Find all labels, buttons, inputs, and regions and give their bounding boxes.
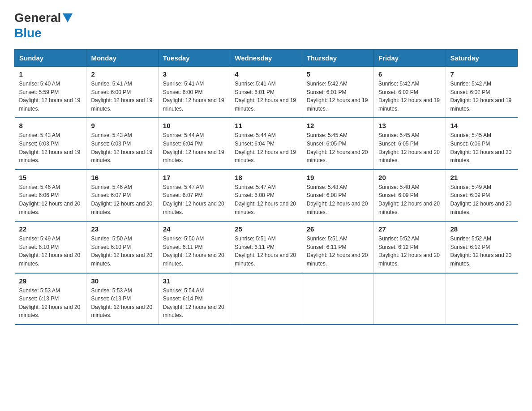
calendar-cell: 2 Sunrise: 5:41 AMSunset: 6:00 PMDayligh… [86,67,158,118]
day-number: 14 [450,122,513,129]
day-info: Sunrise: 5:50 AMSunset: 6:10 PMDaylight:… [91,235,153,268]
calendar-cell: 16 Sunrise: 5:46 AMSunset: 6:07 PMDaylig… [86,170,158,221]
column-header-tuesday: Tuesday [158,50,230,67]
day-number: 6 [378,70,441,78]
day-info: Sunrise: 5:48 AMSunset: 6:09 PMDaylight:… [378,183,441,216]
day-info: Sunrise: 5:40 AMSunset: 5:59 PMDaylight:… [19,80,82,113]
day-info: Sunrise: 5:41 AMSunset: 6:00 PMDaylight:… [91,80,153,113]
calendar-cell: 10 Sunrise: 5:44 AMSunset: 6:04 PMDaylig… [158,118,230,169]
day-number: 22 [19,225,82,233]
day-number: 13 [378,122,441,129]
day-info: Sunrise: 5:49 AMSunset: 6:10 PMDaylight:… [19,235,82,268]
day-info: Sunrise: 5:46 AMSunset: 6:06 PMDaylight:… [19,183,82,216]
day-info: Sunrise: 5:53 AMSunset: 6:13 PMDaylight:… [19,287,82,320]
calendar-cell: 25 Sunrise: 5:51 AMSunset: 6:11 PMDaylig… [230,221,302,273]
day-number: 2 [91,70,153,78]
calendar-cell: 4 Sunrise: 5:41 AMSunset: 6:01 PMDayligh… [230,67,302,118]
column-header-sunday: Sunday [15,50,86,67]
calendar-cell [302,273,373,325]
logo: General Blue [14,11,73,40]
day-info: Sunrise: 5:45 AMSunset: 6:06 PMDaylight:… [450,131,513,164]
svg-marker-0 [63,13,73,22]
day-info: Sunrise: 5:45 AMSunset: 6:05 PMDaylight:… [307,131,369,164]
day-number: 23 [91,225,153,233]
column-header-friday: Friday [374,50,446,67]
day-info: Sunrise: 5:44 AMSunset: 6:04 PMDaylight:… [163,131,225,164]
day-info: Sunrise: 5:52 AMSunset: 6:12 PMDaylight:… [450,235,513,268]
day-number: 21 [450,174,513,181]
day-number: 12 [307,122,369,129]
column-header-monday: Monday [86,50,158,67]
day-info: Sunrise: 5:41 AMSunset: 6:01 PMDaylight:… [235,80,297,113]
day-number: 7 [450,70,513,78]
page-header: General Blue [14,11,518,40]
calendar-cell: 20 Sunrise: 5:48 AMSunset: 6:09 PMDaylig… [374,170,446,221]
calendar-cell: 5 Sunrise: 5:42 AMSunset: 6:01 PMDayligh… [302,67,373,118]
column-header-saturday: Saturday [446,50,517,67]
logo-arrow-icon [63,13,73,24]
calendar-cell: 30 Sunrise: 5:53 AMSunset: 6:13 PMDaylig… [86,273,158,325]
calendar-cell: 12 Sunrise: 5:45 AMSunset: 6:05 PMDaylig… [302,118,373,169]
day-info: Sunrise: 5:43 AMSunset: 6:03 PMDaylight:… [19,131,82,164]
day-number: 18 [235,174,297,181]
calendar-cell: 6 Sunrise: 5:42 AMSunset: 6:02 PMDayligh… [374,67,446,118]
calendar-cell: 29 Sunrise: 5:53 AMSunset: 6:13 PMDaylig… [15,273,86,325]
day-number: 29 [19,277,82,285]
day-number: 30 [91,277,153,285]
day-number: 17 [163,174,225,181]
day-number: 10 [163,122,225,129]
calendar-cell: 13 Sunrise: 5:45 AMSunset: 6:05 PMDaylig… [374,118,446,169]
calendar-cell: 1 Sunrise: 5:40 AMSunset: 5:59 PMDayligh… [15,67,86,118]
day-info: Sunrise: 5:50 AMSunset: 6:11 PMDaylight:… [163,235,225,268]
day-number: 28 [450,225,513,233]
day-info: Sunrise: 5:42 AMSunset: 6:02 PMDaylight:… [378,80,441,113]
calendar-week-row: 29 Sunrise: 5:53 AMSunset: 6:13 PMDaylig… [15,273,518,325]
calendar-cell: 17 Sunrise: 5:47 AMSunset: 6:07 PMDaylig… [158,170,230,221]
calendar-cell: 23 Sunrise: 5:50 AMSunset: 6:10 PMDaylig… [86,221,158,273]
calendar-cell: 21 Sunrise: 5:49 AMSunset: 6:09 PMDaylig… [446,170,517,221]
calendar-cell: 24 Sunrise: 5:50 AMSunset: 6:11 PMDaylig… [158,221,230,273]
calendar-cell: 18 Sunrise: 5:47 AMSunset: 6:08 PMDaylig… [230,170,302,221]
calendar-cell: 31 Sunrise: 5:54 AMSunset: 6:14 PMDaylig… [158,273,230,325]
calendar-cell: 22 Sunrise: 5:49 AMSunset: 6:10 PMDaylig… [15,221,86,273]
day-info: Sunrise: 5:49 AMSunset: 6:09 PMDaylight:… [450,183,513,216]
day-info: Sunrise: 5:41 AMSunset: 6:00 PMDaylight:… [163,80,225,113]
day-number: 9 [91,122,153,129]
calendar-week-row: 8 Sunrise: 5:43 AMSunset: 6:03 PMDayligh… [15,118,518,169]
day-info: Sunrise: 5:44 AMSunset: 6:04 PMDaylight:… [235,131,297,164]
calendar-table: SundayMondayTuesdayWednesdayThursdayFrid… [14,49,518,325]
day-info: Sunrise: 5:46 AMSunset: 6:07 PMDaylight:… [91,183,153,216]
calendar-cell [230,273,302,325]
day-info: Sunrise: 5:48 AMSunset: 6:08 PMDaylight:… [307,183,369,216]
day-number: 4 [235,70,297,78]
day-number: 11 [235,122,297,129]
logo-blue-text: Blue [14,26,42,40]
day-number: 5 [307,70,369,78]
day-info: Sunrise: 5:45 AMSunset: 6:05 PMDaylight:… [378,131,441,164]
day-info: Sunrise: 5:42 AMSunset: 6:01 PMDaylight:… [307,80,369,113]
calendar-cell: 14 Sunrise: 5:45 AMSunset: 6:06 PMDaylig… [446,118,517,169]
calendar-cell: 19 Sunrise: 5:48 AMSunset: 6:08 PMDaylig… [302,170,373,221]
day-info: Sunrise: 5:47 AMSunset: 6:08 PMDaylight:… [235,183,297,216]
calendar-cell: 9 Sunrise: 5:43 AMSunset: 6:03 PMDayligh… [86,118,158,169]
day-info: Sunrise: 5:42 AMSunset: 6:02 PMDaylight:… [450,80,513,113]
calendar-cell [374,273,446,325]
calendar-cell [446,273,517,325]
column-header-wednesday: Wednesday [230,50,302,67]
day-number: 26 [307,225,369,233]
day-number: 24 [163,225,225,233]
day-info: Sunrise: 5:52 AMSunset: 6:12 PMDaylight:… [378,235,441,268]
column-header-thursday: Thursday [302,50,373,67]
calendar-week-row: 22 Sunrise: 5:49 AMSunset: 6:10 PMDaylig… [15,221,518,273]
calendar-header-row: SundayMondayTuesdayWednesdayThursdayFrid… [15,50,518,67]
calendar-cell: 26 Sunrise: 5:51 AMSunset: 6:11 PMDaylig… [302,221,373,273]
calendar-week-row: 15 Sunrise: 5:46 AMSunset: 6:06 PMDaylig… [15,170,518,221]
logo-general-text: General [14,11,61,25]
day-info: Sunrise: 5:54 AMSunset: 6:14 PMDaylight:… [163,287,225,320]
day-number: 20 [378,174,441,181]
calendar-cell: 28 Sunrise: 5:52 AMSunset: 6:12 PMDaylig… [446,221,517,273]
day-number: 15 [19,174,82,181]
calendar-week-row: 1 Sunrise: 5:40 AMSunset: 5:59 PMDayligh… [15,67,518,118]
day-info: Sunrise: 5:51 AMSunset: 6:11 PMDaylight:… [307,235,369,268]
calendar-cell: 27 Sunrise: 5:52 AMSunset: 6:12 PMDaylig… [374,221,446,273]
